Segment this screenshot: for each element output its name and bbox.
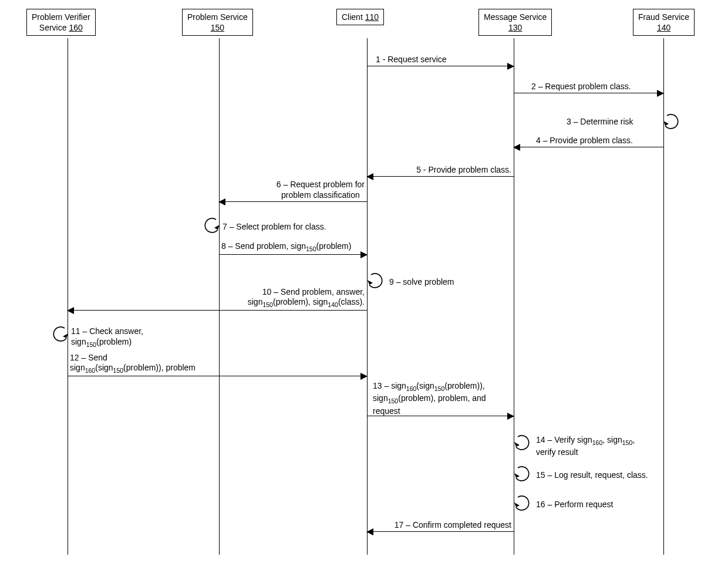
msg-11a: 11 – Check answer, (71, 326, 143, 336)
msg-11b: sign150(problem) (71, 337, 132, 346)
msg-10: 10 – Send problem, answer, sign150(probl… (68, 310, 367, 311)
actor-client-id: 110 (365, 12, 379, 22)
msg-11-label: 11 – Check answer, sign150(problem) (71, 326, 143, 349)
msg-6b: problem classification (281, 190, 360, 200)
lifeline-client (367, 38, 368, 555)
msg-10-label: 10 – Send problem, answer, sign150(probl… (248, 287, 365, 309)
lifeline-verifier (68, 38, 68, 555)
msg-7-label: 7 – Select problem for class. (223, 221, 326, 232)
lifeline-message (514, 38, 514, 555)
msg-6: 6 – Request problem for problem classifi… (219, 201, 367, 202)
msg-2-label: 2 – Request problem class. (531, 82, 631, 92)
actor-message: Message Service 130 (478, 9, 552, 36)
msg-4: 4 – Provide problem class. (514, 147, 663, 147)
msg-12: 12 – Send sign160(sign150(problem)), pro… (68, 376, 367, 376)
msg-2: 2 – Request problem class. (514, 93, 663, 93)
actor-fraud-id: 140 (657, 23, 670, 32)
msg-3-loop (663, 113, 681, 133)
actor-verifier-service: Service (39, 23, 67, 32)
msg-12a: 12 – Send (70, 353, 107, 362)
actor-message-id: 130 (508, 23, 522, 32)
actor-client-name: Client (342, 12, 363, 22)
actor-problem-id: 150 (211, 23, 224, 32)
msg-6-label: 6 – Request problem for problem classifi… (277, 180, 365, 200)
actor-fraud: Fraud Service 140 (633, 9, 695, 36)
msg-7-loop (202, 217, 220, 237)
msg-11-loop (50, 326, 68, 345)
actor-problem-name: Problem Service (187, 12, 248, 22)
msg-1: 1 - Request service (367, 66, 514, 66)
msg-6a: 6 – Request problem for (277, 180, 365, 189)
msg-10b: sign150(problem), sign140(class). (248, 297, 365, 306)
msg-5: 5 - Provide problem class. (367, 176, 514, 177)
msg-3-label: 3 – Determine risk (567, 116, 633, 127)
msg-4-label: 4 – Provide problem class. (536, 136, 633, 146)
actor-problem: Problem Service 150 (182, 9, 253, 36)
actor-message-name: Message Service (484, 12, 547, 22)
msg-10a: 10 – Send problem, answer, (262, 287, 365, 296)
msg-12b: sign160(sign150(problem)), problem (70, 363, 196, 372)
lifeline-problem (219, 38, 220, 555)
msg-8: 8 – Send problem, sign150(problem) (219, 254, 367, 255)
actor-fraud-name: Fraud Service (638, 12, 689, 22)
actor-verifier: Problem Verifier Service 160 (26, 9, 96, 36)
sequence-diagram: Problem Verifier Service 160 Problem Ser… (9, 9, 719, 555)
actor-verifier-name: Problem Verifier (32, 12, 90, 22)
msg-1-label: 1 - Request service (376, 55, 447, 65)
actor-client: Client 110 (336, 9, 384, 25)
msg-9-label: 9 – solve problem (389, 277, 454, 287)
actor-verifier-id: 160 (69, 23, 82, 32)
msg-12-label: 12 – Send sign160(sign150(problem)), pro… (70, 353, 196, 375)
msg-5-label: 5 - Provide problem class. (416, 165, 511, 176)
msg-8-label: 8 – Send problem, sign150(problem) (221, 241, 351, 253)
msg-9-loop (368, 272, 385, 292)
